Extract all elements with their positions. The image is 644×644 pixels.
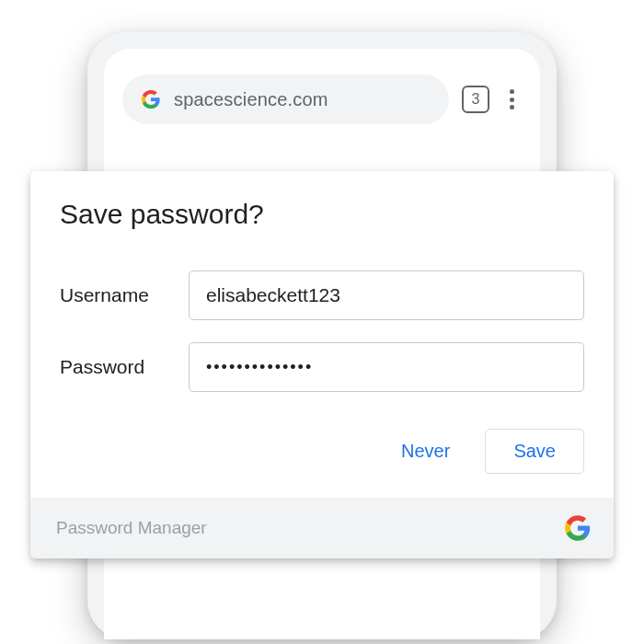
save-button[interactable]: Save: [485, 429, 584, 474]
google-g-icon: [564, 514, 592, 542]
password-label: Password: [60, 356, 189, 378]
dialog-actions: Never Save: [60, 429, 584, 474]
never-button[interactable]: Never: [394, 431, 457, 471]
url-text: spacescience.com: [174, 89, 328, 110]
tab-count: 3: [472, 91, 480, 108]
password-input[interactable]: [189, 342, 584, 392]
password-row: Password: [60, 342, 584, 392]
browser-toolbar: spacescience.com 3: [104, 49, 540, 146]
username-input[interactable]: [189, 270, 584, 320]
google-g-icon: [141, 89, 161, 109]
dialog-footer: Password Manager: [30, 498, 614, 558]
footer-label: Password Manager: [56, 518, 207, 538]
save-password-dialog: Save password? Username Password Never S…: [30, 171, 614, 558]
username-row: Username: [60, 270, 584, 320]
overflow-menu-button[interactable]: [502, 84, 522, 115]
address-bar[interactable]: spacescience.com: [122, 75, 449, 124]
dialog-body: Save password? Username Password Never S…: [30, 171, 614, 498]
username-label: Username: [60, 284, 189, 306]
dialog-title: Save password?: [60, 199, 584, 230]
tab-switcher-button[interactable]: 3: [462, 86, 489, 113]
